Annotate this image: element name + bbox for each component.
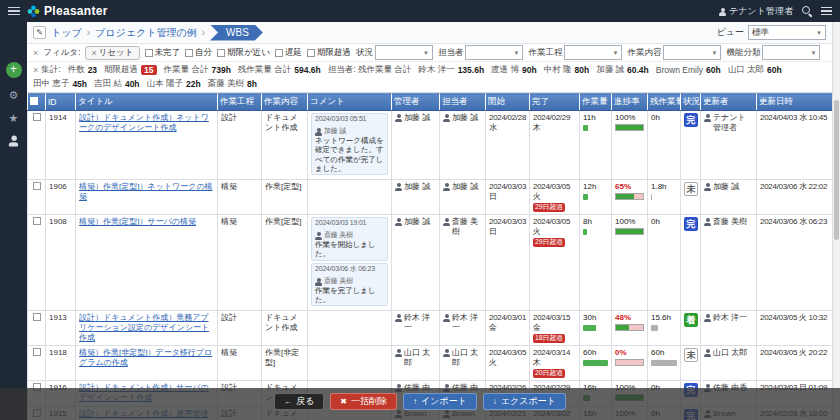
filter-dropdown[interactable]: ▼ — [465, 45, 523, 60]
view-select[interactable]: 標準 ▼ — [748, 25, 826, 40]
user-icon[interactable] — [10, 135, 17, 147]
aggregate-owner[interactable]: 田中 恵子45h — [33, 78, 87, 90]
row-title-link[interactable]: 設計）ドキュメント作成）業務アプリケーション設定のデザインシート作成 — [79, 313, 209, 342]
column-header[interactable]: ID — [46, 94, 76, 111]
aggregate-owner[interactable]: 吉田 結40h — [94, 78, 140, 90]
filter-dropdown[interactable]: ▼ — [564, 45, 622, 60]
work-bar — [583, 194, 588, 200]
search-icon[interactable] — [802, 6, 812, 16]
table-row[interactable]: 1918 構築）作業[非定型]）データ移行プログラムの作成 構築 作業[非定型]… — [28, 346, 833, 381]
row-title-link[interactable]: 設計）ドキュメント作成）ネットワークのデザインシート作成 — [79, 113, 209, 132]
settings-gear-icon[interactable]: ⚙ — [9, 89, 19, 101]
checkbox-icon[interactable] — [185, 49, 193, 57]
column-header[interactable]: 作業工程 — [218, 94, 262, 111]
aggregate-owner[interactable]: 斎藤 美樹8h — [208, 78, 257, 90]
breadcrumb-project-link[interactable]: プロジェクト管理の例 — [95, 26, 197, 40]
app-name: Pleasanter — [44, 4, 108, 18]
column-header[interactable]: 作業量 — [580, 94, 612, 111]
row-process: 設計 — [218, 311, 262, 346]
column-header[interactable]: 状況 — [681, 94, 701, 111]
filter-checkbox[interactable]: 遅延 — [275, 47, 302, 59]
checkbox-icon[interactable] — [307, 49, 315, 57]
checkbox-icon[interactable] — [145, 49, 153, 57]
export-button[interactable]: ↓エクスポート — [483, 393, 566, 410]
table-row[interactable]: 1908 構築）作業[定型]）サーバの構築 構築 作業[定型] 2024/03/… — [28, 215, 833, 311]
import-button[interactable]: ↑インポート — [403, 393, 477, 410]
aggregate-work-total[interactable]: 作業量 合計739h — [164, 64, 231, 76]
row-title-link[interactable]: 構築）作業[定型]）ネットワークの構築 — [79, 182, 213, 201]
checkbox-icon[interactable] — [275, 49, 283, 57]
checkbox-icon[interactable] — [217, 49, 225, 57]
new-record-button[interactable]: + — [6, 62, 22, 78]
filter-checkbox[interactable]: 期限超過 — [307, 47, 351, 59]
overdue-count-badge: 15 — [141, 65, 156, 75]
row-process: 構築 — [218, 346, 262, 381]
close-icon: × — [91, 48, 96, 58]
pleasanter-app: Pleasanter テナント管理者 +⚙★ ✎ トップ › プロジェクト管理の… — [0, 0, 840, 420]
row-owner: 斎藤 美樹 — [440, 215, 486, 311]
aggregate-owner[interactable]: 加藤 誠60.4h — [596, 64, 649, 76]
aggregate-count[interactable]: 件数23 — [68, 64, 97, 76]
person-icon — [315, 278, 322, 286]
star-icon[interactable]: ★ — [9, 112, 19, 124]
bulk-delete-button[interactable]: ✖一括削除 — [330, 393, 397, 410]
column-header[interactable]: コメント — [308, 94, 392, 111]
hamburger-menu-icon[interactable] — [0, 7, 27, 16]
scrollbar-thumb[interactable] — [834, 100, 839, 240]
chevron-down-icon: ▼ — [810, 50, 816, 56]
remaining-total-value: 594.6h — [294, 65, 320, 75]
aggregate-overdue[interactable]: 期限超過15 — [104, 64, 156, 76]
row-checkbox[interactable] — [33, 217, 41, 225]
column-header[interactable]: タイトル — [76, 94, 218, 111]
filter-dropdown[interactable]: ▼ — [375, 45, 433, 60]
row-title-link[interactable]: 構築）作業[非定型]）データ移行プログラムの作成 — [79, 348, 212, 367]
filter-checkbox[interactable]: 未完了 — [145, 47, 181, 59]
column-header[interactable]: 管理者 — [392, 94, 440, 111]
aggregate-owner[interactable]: 鈴木 洋一135.6h — [418, 64, 484, 76]
column-header[interactable]: 残作業量 — [648, 94, 681, 111]
app-logo[interactable]: Pleasanter — [27, 4, 108, 18]
aggregate-owner[interactable]: Brown Emily60h — [656, 65, 721, 75]
column-header[interactable]: 更新日時 — [757, 94, 833, 111]
breadcrumb-separator: › — [87, 27, 90, 38]
apps-menu-icon[interactable] — [821, 7, 832, 16]
aggregate-collapse[interactable]: × 集計: — [33, 64, 61, 76]
breadcrumb-top-link[interactable]: トップ — [51, 26, 82, 40]
table-row[interactable]: 1914 設計）ドキュメント作成）ネットワークのデザインシート作成 設計 ドキュ… — [28, 111, 833, 180]
row-complete-date: 2024/03/15 金18日超過 — [530, 311, 580, 346]
back-button[interactable]: ←戻る — [274, 393, 324, 410]
row-checkbox[interactable] — [33, 348, 41, 356]
filter-dropdown[interactable]: ▼ — [663, 45, 721, 60]
current-user[interactable]: テナント管理者 — [719, 5, 793, 18]
filter-checkbox[interactable]: 自分 — [185, 47, 212, 59]
aggregate-owner[interactable]: 中村 隆80h — [544, 64, 590, 76]
column-header[interactable]: 更新者 — [701, 94, 757, 111]
vertical-scrollbar[interactable] — [832, 22, 840, 420]
filter-checkbox[interactable]: 期限が近い — [217, 47, 270, 59]
row-checkbox[interactable] — [33, 113, 41, 121]
column-header[interactable]: 担当者 — [440, 94, 486, 111]
table-row[interactable]: 1913 設計）ドキュメント作成）業務アプリケーション設定のデザインシート作成 … — [28, 311, 833, 346]
row-checkbox[interactable] — [33, 313, 41, 321]
column-header[interactable]: 作業内容 — [262, 94, 308, 111]
aggregate-remaining-total[interactable]: 残作業量 合計594.6h — [238, 64, 321, 76]
row-id: 1908 — [46, 215, 76, 311]
edit-mode-icon[interactable]: ✎ — [33, 26, 46, 39]
column-header[interactable]: 開始 — [486, 94, 530, 111]
table-row[interactable]: 1906 構築）作業[定型]）ネットワークの構築 構築 作業[定型] 加藤 誠 … — [28, 180, 833, 215]
person-icon — [395, 349, 402, 357]
aggregate-owner[interactable]: 渡邊 博90h — [491, 64, 537, 76]
aggregate-owner[interactable]: 山口 太郎60h — [728, 64, 782, 76]
row-checkbox[interactable] — [33, 182, 41, 190]
column-header[interactable]: 完了 — [530, 94, 580, 111]
filter-collapse-icon[interactable]: × — [33, 48, 38, 58]
select-all-checkbox[interactable] — [30, 97, 38, 105]
row-remaining: 15.6h — [648, 311, 681, 346]
filter-dropdown-label: 担当者 — [438, 47, 464, 59]
row-id: 1918 — [46, 346, 76, 381]
filter-dropdown[interactable]: ▼ — [762, 45, 820, 60]
row-title-link[interactable]: 構築）作業[定型]）サーバの構築 — [79, 217, 196, 226]
filter-reset-button[interactable]: × リセット — [85, 46, 139, 60]
aggregate-owner[interactable]: 山本 陽子22h — [147, 78, 201, 90]
column-header[interactable]: 進捗率 — [612, 94, 648, 111]
